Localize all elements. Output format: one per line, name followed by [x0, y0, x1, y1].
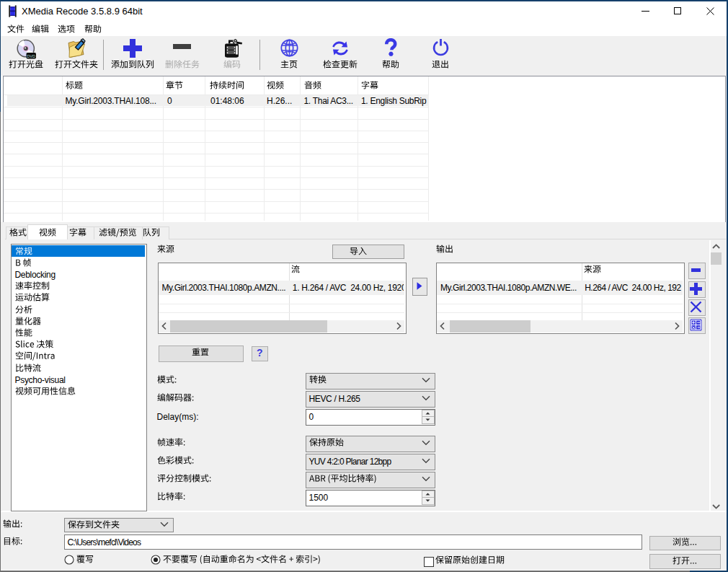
svg-text:DVD: DVD	[27, 54, 35, 58]
